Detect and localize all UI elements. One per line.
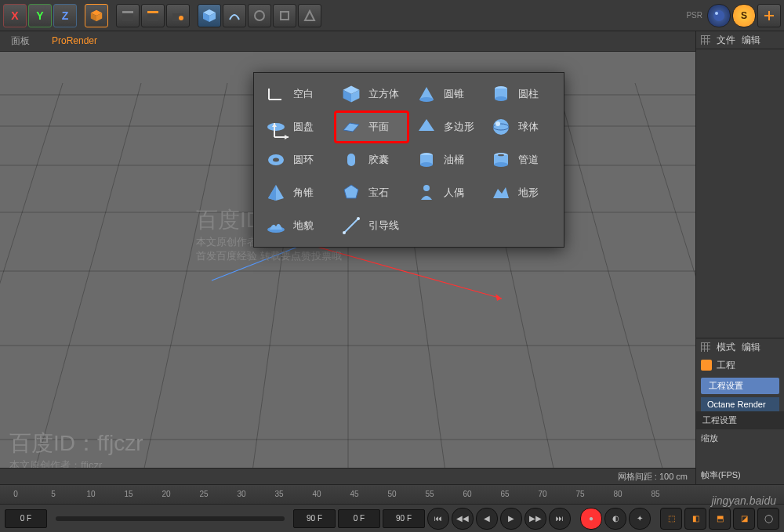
primitive-plane[interactable]: 平面 — [336, 112, 408, 142]
cube-tool-button[interactable] — [85, 4, 108, 27]
primitive-label: 人偶 — [444, 186, 464, 200]
timeline-slider[interactable] — [56, 516, 285, 521]
svg-point-61 — [420, 162, 433, 167]
primitive-tube[interactable]: 管道 — [485, 145, 557, 175]
svg-marker-78 — [285, 135, 289, 139]
viewport-header: 面板 ProRender — [0, 31, 695, 52]
play-button[interactable]: ▶ — [500, 508, 522, 530]
menu-file[interactable]: 文件 — [717, 34, 735, 47]
key-scale-button[interactable]: ◧ — [684, 508, 706, 530]
relief-icon — [265, 215, 287, 237]
primitive-oiltank[interactable]: 油桶 — [411, 145, 483, 175]
add-spline-button[interactable] — [223, 4, 246, 27]
primitive-polygon[interactable]: 多边形 — [411, 112, 483, 142]
tool-2-button[interactable] — [273, 4, 296, 27]
menu-edit[interactable]: 编辑 — [742, 34, 760, 47]
axis-x-button[interactable]: X — [3, 4, 27, 27]
timeline-end-input[interactable] — [293, 509, 336, 528]
timeline-tick: 15 — [124, 485, 132, 504]
svg-rect-5 — [147, 13, 158, 21]
svg-point-57 — [273, 158, 279, 162]
project-row[interactable]: 工程 — [696, 356, 784, 375]
key-pla-button[interactable]: ◯ — [757, 508, 779, 530]
timeline-tick: 20 — [162, 485, 170, 504]
svg-marker-67 — [268, 185, 276, 201]
timeline-current-input[interactable] — [338, 509, 380, 528]
primitive-landscape[interactable]: 地形 — [485, 178, 557, 208]
tab-panel[interactable]: 面板 — [0, 31, 41, 51]
nav-orbit-button[interactable] — [707, 4, 731, 27]
add-cube-button[interactable] — [198, 4, 221, 27]
primitive-sphere[interactable]: 球体 — [485, 112, 557, 142]
primitive-label: 立方体 — [368, 87, 399, 101]
svg-line-29 — [141, 83, 227, 468]
nav-focus-button[interactable] — [757, 4, 781, 27]
tool-1-button[interactable] — [248, 4, 271, 27]
timeline-start-input[interactable] — [5, 509, 47, 528]
record-button[interactable]: ● — [580, 508, 602, 530]
tab-prorender[interactable]: ProRender — [41, 31, 108, 51]
svg-text:S: S — [741, 10, 747, 21]
svg-marker-68 — [344, 185, 358, 198]
svg-rect-3 — [122, 13, 133, 21]
svg-line-35 — [635, 83, 695, 468]
render-clapper-2-button[interactable] — [141, 4, 165, 27]
svg-rect-13 — [281, 12, 289, 20]
goto-end-button[interactable]: ⏭ — [549, 508, 571, 530]
primitive-label: 地形 — [518, 186, 539, 200]
key-param-button[interactable]: ◪ — [733, 508, 755, 530]
nav-sphere-button[interactable]: S — [732, 4, 756, 27]
polygon-icon — [416, 116, 437, 138]
objects-panel-header: 文件 编辑 — [696, 31, 784, 49]
goto-start-button[interactable]: ⏮ — [427, 508, 449, 530]
svg-rect-6 — [147, 11, 158, 13]
play-back-button[interactable]: ◀ — [476, 508, 498, 530]
objects-tree-empty[interactable] — [696, 49, 784, 338]
attr-menu-mode[interactable]: 模式 — [717, 341, 735, 354]
attr-menu-edit[interactable]: 编辑 — [742, 341, 760, 354]
landscape-icon — [490, 182, 512, 204]
primitive-capsule[interactable]: 胶囊 — [336, 145, 408, 175]
render-clapper-3-button[interactable] — [166, 4, 190, 27]
timeline-tick: 30 — [237, 485, 245, 504]
primitive-label: 管道 — [518, 153, 539, 167]
capsule-icon — [340, 149, 362, 171]
primitive-torus[interactable]: 圆环 — [260, 145, 332, 175]
main-toolbar: X Y Z PSR S — [0, 0, 784, 31]
timeline-tick: 40 — [312, 485, 321, 504]
cube-icon — [340, 83, 362, 105]
primitive-cone[interactable]: 圆锥 — [411, 79, 483, 109]
timeline-tick: 65 — [500, 485, 509, 504]
svg-line-27 — [0, 83, 63, 468]
section-title: 工程设置 — [696, 411, 784, 429]
primitive-cylinder[interactable]: 圆柱 — [485, 79, 557, 109]
primitive-cube[interactable]: 立方体 — [336, 79, 408, 109]
project-settings-tab[interactable]: 工程设置 — [701, 378, 779, 394]
primitive-label: 圆盘 — [293, 120, 314, 134]
render-clapper-1-button[interactable] — [116, 4, 140, 27]
timeline-ruler[interactable]: 0510152025303540455055606570758085 — [0, 485, 784, 505]
tool-3-button[interactable] — [298, 4, 321, 27]
key-pos-button[interactable]: ⬚ — [660, 508, 682, 530]
guide-icon — [340, 215, 362, 237]
axis-z-button[interactable]: Z — [53, 4, 77, 27]
timeline-tick: 10 — [86, 485, 95, 504]
primitive-relief[interactable]: 地貌 — [260, 211, 332, 241]
primitive-guide[interactable]: 引导线 — [336, 211, 408, 241]
primitive-null[interactable]: 空白 — [260, 79, 332, 109]
timeline-tick: 50 — [387, 485, 396, 504]
autokey-button[interactable]: ◐ — [604, 508, 626, 530]
primitive-label: 圆柱 — [518, 87, 539, 101]
primitive-platonic[interactable]: 宝石 — [336, 178, 408, 208]
timeline-end2-input[interactable] — [383, 509, 425, 528]
axis-y-button[interactable]: Y — [28, 4, 52, 27]
primitive-figure[interactable]: 人偶 — [411, 178, 483, 208]
cylinder-icon — [490, 83, 512, 105]
prev-key-button[interactable]: ◀◀ — [452, 508, 474, 530]
octane-tab[interactable]: Octane Render — [701, 397, 779, 411]
next-key-button[interactable]: ▶▶ — [524, 508, 546, 530]
svg-point-46 — [419, 97, 434, 102]
primitive-pyramid[interactable]: 角锥 — [260, 178, 332, 208]
key-rot-button[interactable]: ⬒ — [709, 508, 731, 530]
key-options-button[interactable]: ✦ — [629, 508, 651, 530]
